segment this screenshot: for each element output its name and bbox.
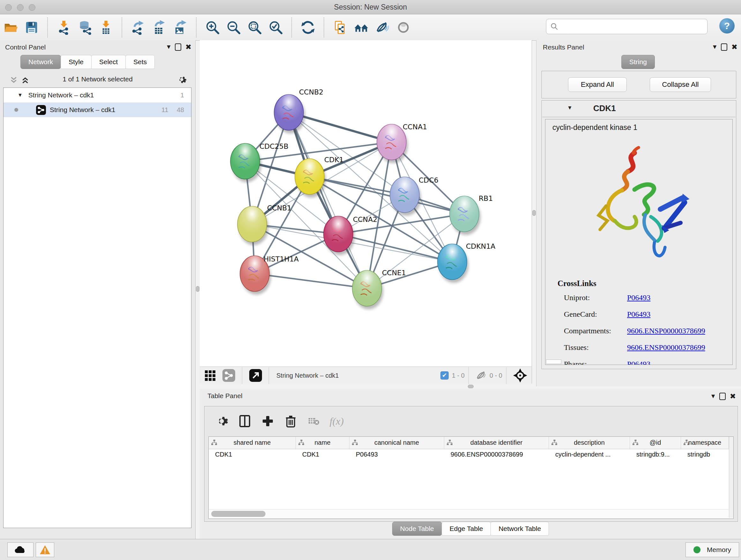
show-columns-icon[interactable] (236, 412, 254, 430)
selected-checkbox-icon[interactable]: ✔ (441, 371, 449, 380)
node-CCNB2[interactable]: CCNB2 (274, 88, 323, 133)
glass-ball-effect-icon[interactable] (395, 19, 411, 36)
import-table-icon[interactable] (98, 19, 114, 36)
memory-button[interactable]: Memory (685, 543, 739, 557)
panel-close-icon[interactable]: ✖ (730, 392, 736, 401)
column-header-name[interactable]: name (296, 437, 349, 449)
hidden-counts: 0 - 0 (489, 372, 502, 379)
node-CDKN1A[interactable]: CDKN1A (437, 242, 495, 283)
crosslink-link[interactable]: P06493 (627, 294, 650, 302)
search-box[interactable] (546, 19, 708, 34)
table-cell[interactable]: cyclin-dependent ... (555, 451, 629, 458)
panel-close-icon[interactable]: ✖ (731, 43, 738, 51)
network-collection-row[interactable]: ▼ String Network – cdk1 1 (3, 88, 191, 103)
tab-network-table[interactable]: Network Table (490, 522, 549, 536)
panel-float-icon[interactable] (721, 44, 727, 51)
node-CCNA2[interactable]: CCNA2 (324, 215, 377, 255)
help-icon[interactable]: ? (719, 18, 735, 34)
network-row-selected[interactable]: String Network – cdk1 11 48 (3, 103, 191, 117)
export-image-icon[interactable] (172, 19, 188, 36)
table-options-gear-icon[interactable] (213, 412, 231, 430)
gear-icon[interactable] (177, 75, 187, 85)
crosslink-link[interactable]: P06493 (627, 310, 650, 319)
string-style-icon[interactable] (222, 369, 235, 382)
panel-close-icon[interactable]: ✖ (185, 43, 192, 51)
column-header-namespace[interactable]: namespace (681, 437, 729, 449)
node-RB1[interactable]: RB1 (450, 194, 493, 235)
node-CDK1[interactable]: CDK1 (295, 156, 344, 198)
export-network-icon[interactable] (130, 19, 146, 36)
node-HIST1H1A[interactable]: HIST1H1A (240, 255, 299, 295)
expand-all-button[interactable]: Expand All (568, 77, 627, 92)
table-cell[interactable]: P06493 (356, 451, 443, 458)
table-cell[interactable]: CDK1 (215, 451, 294, 458)
panel-float-icon[interactable] (719, 393, 726, 400)
tab-string[interactable]: String (621, 55, 655, 69)
export-table-icon[interactable] (151, 19, 167, 36)
crosslink-link[interactable]: P06493 (627, 360, 650, 365)
results-scroll-notch[interactable] (546, 360, 561, 364)
delete-columns-trash-icon[interactable] (282, 412, 300, 430)
crosslink-link[interactable]: 9606.ENSP00000378699 (627, 343, 705, 352)
tab-style[interactable]: Style (61, 55, 91, 69)
node-table[interactable]: shared namenamecanonical namedatabase id… (208, 436, 734, 519)
fit-selected-crosshair-icon[interactable] (513, 368, 527, 382)
tab-edge-table[interactable]: Edge Table (442, 522, 491, 536)
tab-node-table[interactable]: Node Table (392, 522, 442, 536)
panel-menu-icon[interactable]: ▼ (710, 393, 716, 400)
column-header-database-identifier[interactable]: database identifier (444, 437, 549, 449)
panel-float-icon[interactable] (175, 44, 181, 51)
table-vertical-scrollbar[interactable] (729, 437, 733, 518)
node-CCNA1[interactable]: CCNA1 (377, 123, 427, 163)
search-input[interactable] (561, 20, 707, 33)
cloud-button[interactable] (7, 543, 33, 557)
table-cell[interactable]: 9606.ENSP00000378699 (451, 451, 548, 458)
import-network-file-icon[interactable] (56, 19, 72, 36)
column-header-description[interactable]: description (549, 437, 630, 449)
column-header-shared-name[interactable]: shared name (209, 437, 296, 449)
import-network-database-icon[interactable] (77, 19, 93, 36)
create-column-icon[interactable] (259, 412, 277, 430)
warning-button[interactable] (36, 543, 54, 557)
collapse-all-button[interactable]: Collapse All (650, 77, 711, 92)
section-expander-icon[interactable]: ▼ (567, 105, 572, 111)
column-header-canonical-name[interactable]: canonical name (349, 437, 444, 449)
network-view-panel[interactable]: CCNB2CCNA1CDC25BCDK1CDC6RB1CCNB1CCNA2CDK… (200, 40, 532, 384)
node-CDC6[interactable]: CDC6 (390, 176, 439, 216)
column-header--id[interactable]: @id (630, 437, 681, 449)
table-horizontal-scrollbar[interactable] (209, 509, 729, 518)
collection-expander-icon[interactable]: ▼ (17, 92, 23, 98)
hide-glass-effect-icon[interactable] (374, 19, 390, 36)
zoom-out-icon[interactable] (226, 19, 242, 36)
apply-layout-icon[interactable] (300, 19, 316, 36)
search-icon (550, 22, 558, 30)
edge-HIST1H1A-CCNE1[interactable] (255, 273, 367, 288)
scrollbar-thumb[interactable] (211, 511, 266, 517)
zoom-in-icon[interactable] (205, 19, 220, 36)
node-CCNE1[interactable]: CCNE1 (352, 269, 406, 309)
table-cell[interactable]: stringdb (687, 451, 728, 458)
left-splitter-handle[interactable] (196, 286, 199, 292)
tab-network[interactable]: Network (20, 55, 61, 69)
tab-sets[interactable]: Sets (125, 55, 155, 69)
node-CCNB1[interactable]: CCNB1 (238, 204, 291, 245)
save-session-icon[interactable] (23, 19, 40, 36)
gene-section-header[interactable]: ▼ CDK1 (542, 101, 736, 117)
table-cell[interactable]: CDK1 (302, 451, 348, 458)
birds-eye-view-icon[interactable] (204, 369, 217, 382)
open-session-icon[interactable] (3, 19, 18, 36)
panel-menu-icon[interactable]: ▼ (165, 44, 172, 51)
zoom-fit-icon[interactable] (247, 19, 263, 36)
export-view-icon[interactable] (249, 369, 262, 382)
string-query-documents-icon[interactable] (332, 19, 348, 36)
panel-menu-icon[interactable]: ▼ (712, 44, 718, 51)
right-splitter-handle[interactable] (532, 210, 536, 216)
horizontal-splitter-handle[interactable] (468, 385, 474, 388)
string-homes-icon[interactable] (353, 19, 369, 36)
network-canvas[interactable]: CCNB2CCNA1CDC25BCDK1CDC6RB1CCNB1CCNA2CDK… (200, 40, 532, 367)
tab-select[interactable]: Select (91, 55, 126, 69)
crosslink-link[interactable]: 9606.ENSP00000378699 (627, 327, 705, 335)
zoom-selected-icon[interactable] (268, 19, 284, 36)
edge-CCNB2-CCNE1[interactable] (289, 112, 367, 288)
table-cell[interactable]: stringdb:9... (636, 451, 680, 458)
